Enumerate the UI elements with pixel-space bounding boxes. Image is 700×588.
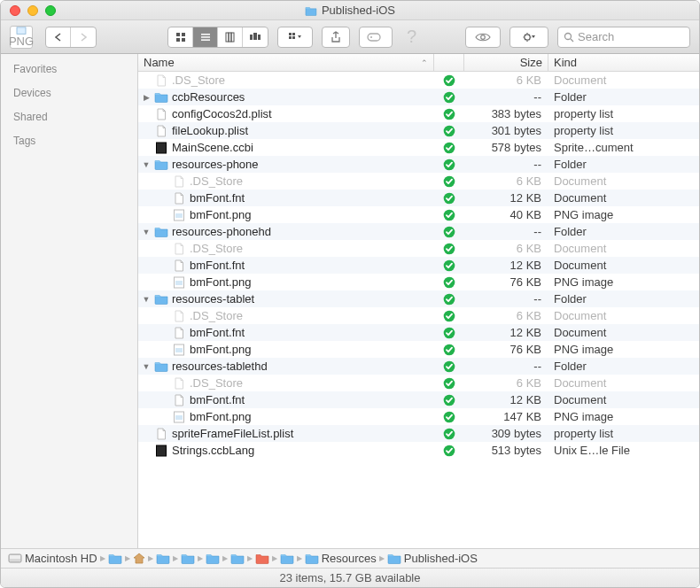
file-size: 12 KB [464, 191, 548, 205]
header-kind[interactable]: Kind [548, 54, 699, 71]
search-field[interactable]: Search [557, 27, 690, 48]
tags-button[interactable] [359, 27, 393, 48]
file-size: -- [464, 225, 548, 238]
coverflow-view-button[interactable] [243, 27, 268, 47]
back-button[interactable] [46, 27, 71, 47]
path-segment[interactable] [181, 553, 195, 564]
sidebar-item-devices[interactable]: Devices [13, 87, 125, 99]
file-row[interactable]: bmFont.png76 KBPNG image [138, 341, 699, 358]
quicklook-button[interactable] [465, 27, 501, 48]
doc-icon [172, 394, 186, 406]
file-row[interactable]: spriteFrameFileList.plist309 bytesproper… [138, 425, 699, 442]
path-segment[interactable]: Resources [305, 552, 377, 565]
path-label: Resources [322, 552, 377, 565]
file-name: resources-phonehd [172, 225, 271, 238]
folder-icon [305, 553, 319, 564]
search-icon [564, 32, 574, 43]
file-row[interactable]: .DS_Store6 KBDocument [138, 173, 699, 190]
path-segment[interactable] [255, 553, 269, 564]
path-segment[interactable] [133, 553, 145, 564]
titlebar: Published-iOS [1, 1, 699, 20]
file-name: Strings.ccbLang [172, 444, 254, 457]
path-segment[interactable]: Published-iOS [387, 552, 478, 565]
disclosure-icon[interactable]: ▶ [142, 93, 151, 102]
svg-point-19 [370, 36, 372, 38]
file-row[interactable]: .DS_Store6 KBDocument [138, 72, 699, 89]
path-segment[interactable] [280, 553, 294, 564]
doc-icon [172, 327, 186, 339]
sidebar-item-shared[interactable]: Shared [13, 111, 125, 123]
header-sync[interactable] [434, 54, 464, 71]
minimize-button[interactable] [27, 5, 38, 16]
file-row[interactable]: bmFont.fnt12 KBDocument [138, 324, 699, 341]
folder-icon [154, 91, 168, 104]
path-segment[interactable] [108, 553, 122, 564]
file-row[interactable]: bmFont.fnt12 KBDocument [138, 190, 699, 206]
file-row[interactable]: .DS_Store6 KBDocument [138, 307, 699, 324]
sidebar-item-favorites[interactable]: Favorites [13, 63, 125, 75]
file-row[interactable]: bmFont.fnt12 KBDocument [138, 391, 699, 408]
action-menu[interactable] [509, 27, 548, 48]
file-row[interactable]: bmFont.png76 KBPNG image [138, 274, 699, 290]
png-icon [172, 411, 186, 423]
icon-view-button[interactable] [168, 27, 193, 47]
path-bar[interactable]: Macintosh HD▶▶▶▶▶▶▶▶▶Resources▶Published… [1, 548, 699, 568]
svg-rect-10 [231, 33, 234, 42]
file-size: 513 bytes [464, 444, 548, 457]
path-segment[interactable] [206, 553, 220, 564]
svg-rect-54 [157, 445, 167, 456]
folder-icon [154, 293, 168, 306]
file-name: fileLookup.plist [172, 124, 248, 137]
file-row[interactable]: ▼resources-tablet--Folder [138, 290, 699, 307]
folder-icon [156, 553, 170, 564]
chevron-right-icon: ▶ [100, 554, 105, 562]
zoom-button[interactable] [45, 5, 56, 16]
file-size: 383 bytes [464, 107, 548, 120]
document-proxy-icon[interactable]: PNG [10, 26, 33, 49]
svg-rect-12 [253, 33, 257, 40]
column-view-button[interactable] [218, 27, 243, 47]
file-size: 76 KB [464, 275, 548, 289]
share-button[interactable] [322, 27, 350, 48]
file-kind: property list [548, 427, 699, 440]
file-size: -- [464, 292, 548, 306]
forward-button[interactable] [71, 27, 96, 47]
disclosure-icon[interactable]: ▼ [142, 160, 151, 169]
file-row[interactable]: ▼resources-tablethd--Folder [138, 358, 699, 375]
file-row[interactable]: bmFont.png40 KBPNG image [138, 206, 699, 223]
file-kind: Folder [548, 225, 699, 238]
file-row[interactable]: configCocos2d.plist383 bytesproperty lis… [138, 105, 699, 122]
svg-point-20 [481, 35, 486, 39]
list-view-button[interactable] [193, 27, 218, 47]
file-kind: Document [548, 242, 699, 255]
disclosure-icon[interactable]: ▼ [142, 228, 151, 236]
folder-icon [206, 553, 220, 564]
close-button[interactable] [10, 5, 20, 16]
file-row[interactable]: ▼resources-phone--Folder [138, 156, 699, 173]
chevron-right-icon: ▶ [247, 554, 253, 562]
sync-status-icon [434, 108, 464, 120]
arrange-menu[interactable] [277, 27, 313, 48]
file-name: .DS_Store [190, 174, 243, 188]
path-segment[interactable] [156, 553, 170, 564]
file-row[interactable]: bmFont.fnt12 KBDocument [138, 257, 699, 274]
file-row[interactable]: .DS_Store6 KBDocument [138, 375, 699, 391]
file-row[interactable]: fileLookup.plist301 bytesproperty list [138, 122, 699, 139]
path-segment[interactable] [230, 553, 245, 564]
file-name: bmFont.fnt [190, 191, 245, 205]
file-row[interactable]: ▶ccbResources--Folder [138, 89, 699, 105]
sidebar-item-tags[interactable]: Tags [13, 135, 125, 147]
file-row[interactable]: Strings.ccbLang513 bytesUnix E…le File [138, 442, 699, 459]
file-row[interactable]: .DS_Store6 KBDocument [138, 240, 699, 257]
file-name: bmFont.fnt [190, 393, 245, 406]
file-row[interactable]: ▼resources-phonehd--Folder [138, 223, 699, 240]
file-row[interactable]: bmFont.png147 KBPNG image [138, 408, 699, 425]
file-list[interactable]: .DS_Store6 KBDocument▶ccbResources--Fold… [138, 72, 699, 548]
path-segment[interactable]: Macintosh HD [8, 552, 97, 565]
disclosure-icon[interactable]: ▼ [142, 362, 151, 371]
folder-icon [108, 553, 122, 564]
header-size[interactable]: Size [464, 54, 548, 71]
disclosure-icon[interactable]: ▼ [142, 295, 151, 304]
file-row[interactable]: MainScene.ccbi578 bytesSprite…cument [138, 139, 699, 156]
header-name[interactable]: Name⌃ [138, 54, 434, 71]
